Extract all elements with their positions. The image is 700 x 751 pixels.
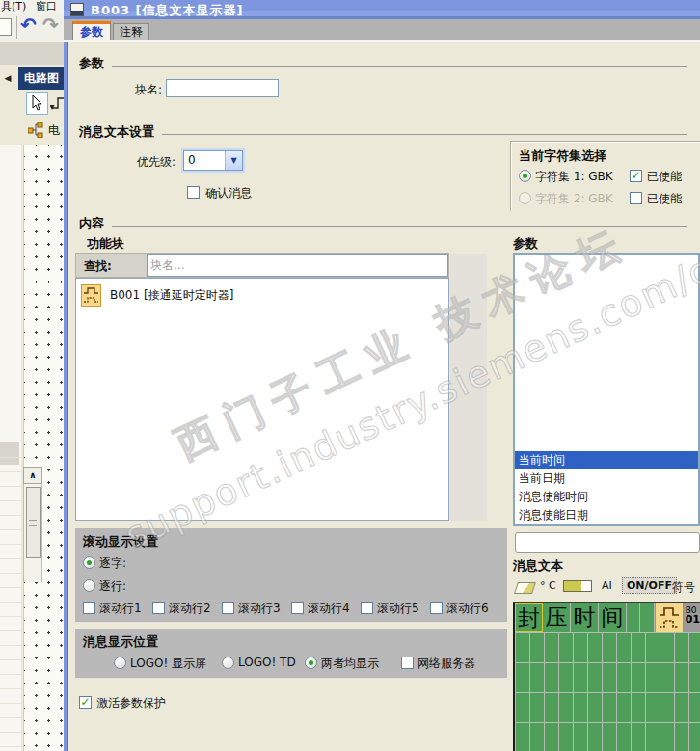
- list-item[interactable]: 当前时间: [515, 451, 698, 469]
- logo-display-radio[interactable]: [114, 657, 126, 669]
- section-content-title: 内容: [79, 215, 104, 232]
- charset1-enabled-checkbox[interactable]: [630, 170, 642, 182]
- symbol-label[interactable]: 符号: [672, 579, 695, 596]
- list-scroll-gutter: [450, 254, 487, 521]
- scroll-line5-label: 滚动行5: [377, 601, 419, 617]
- list-item[interactable]: 消息使能日期: [515, 506, 698, 524]
- circuit-canvas[interactable]: [23, 145, 65, 751]
- priority-value: 0: [184, 151, 225, 170]
- charset1-radio[interactable]: [519, 170, 531, 182]
- scrollbar-thumb[interactable]: [26, 487, 41, 558]
- ai-button[interactable]: AI: [602, 579, 612, 592]
- scroll-line4-checkbox[interactable]: [291, 602, 304, 614]
- by-char-label: 逐字:: [99, 555, 126, 572]
- onoff-button[interactable]: ON/OFF: [622, 577, 677, 594]
- grid-cell[interactable]: [627, 603, 640, 632]
- scrollbar-grip: [29, 520, 37, 521]
- cursor-arrow-icon: [31, 94, 44, 111]
- scroll-line5-checkbox[interactable]: [361, 602, 373, 614]
- priority-combobox[interactable]: 0 ▼: [183, 150, 243, 171]
- grid-block-ref: B0 01: [684, 603, 700, 632]
- combobox-dropdown-arrow-icon[interactable]: ▼: [225, 151, 242, 170]
- tab-parameters[interactable]: 参数: [72, 21, 111, 40]
- charset2-enabled-checkbox[interactable]: [630, 192, 642, 204]
- circuit-tree-label[interactable]: 电: [48, 122, 60, 139]
- logo-block-icon: [70, 3, 84, 16]
- scroll-up-button[interactable]: ∧: [23, 467, 42, 484]
- by-line-label: 逐行:: [99, 578, 126, 595]
- param-protection-checkbox[interactable]: [79, 696, 92, 709]
- ack-message-checkbox[interactable]: [187, 186, 200, 199]
- function-blocks-title: 功能块: [87, 235, 124, 253]
- message-text-grid[interactable]: 封 压 时 间 B0 01: [513, 602, 700, 751]
- scroll-settings-title: 滚动显示设置: [83, 533, 158, 550]
- charset2-label: 字符集 2: GBK: [535, 191, 613, 207]
- by-char-radio[interactable]: [83, 556, 95, 569]
- param-format-input[interactable]: [515, 532, 700, 553]
- eraser-icon[interactable]: [514, 582, 536, 594]
- section-content: 内容: [79, 215, 687, 232]
- by-line-radio[interactable]: [83, 579, 95, 592]
- message-grid-empty-cells[interactable]: [515, 633, 700, 751]
- section-message-settings-title: 消息文本设置: [79, 123, 154, 141]
- paste-icon[interactable]: [0, 18, 12, 36]
- timer-block-icon: [658, 605, 683, 632]
- scroll-settings-panel: 滚动显示设置 逐字: 逐行: 滚动行1 滚动行2 滚动行3 滚动行4 滚动行5 …: [75, 528, 508, 623]
- screen: 具(T) 窗口 ↶ ↷ ◀ 电路图 电 ∧: [0, 0, 700, 751]
- charset2-radio[interactable]: [519, 192, 531, 204]
- scroll-line1-checkbox[interactable]: [83, 602, 95, 614]
- undo-icon[interactable]: ↶: [20, 13, 37, 37]
- degree-c-button[interactable]: ° C: [540, 579, 556, 592]
- logo-td-radio[interactable]: [222, 657, 234, 669]
- scroll-line3-checkbox[interactable]: [222, 602, 234, 614]
- circuit-tree-icon[interactable]: [28, 122, 44, 138]
- logo-display-label: LOGO! 显示屏: [130, 656, 206, 672]
- find-label: 查找:: [84, 258, 112, 275]
- vertical-scrollbar[interactable]: [23, 484, 42, 582]
- section-parameters-title: 参数: [79, 55, 104, 72]
- list-item[interactable]: 当前日期: [515, 469, 698, 488]
- web-server-checkbox[interactable]: [401, 657, 414, 669]
- section-parameters: 参数: [79, 55, 687, 72]
- scroll-line6-checkbox[interactable]: [430, 602, 443, 614]
- function-block-list[interactable]: B001 [接通延时定时器]: [75, 278, 449, 521]
- dialog-title: B003 [信息文本显示器]: [91, 2, 243, 19]
- redo-icon[interactable]: ↷: [42, 13, 59, 37]
- block-name-input[interactable]: [166, 79, 279, 97]
- scroll-line6-label: 滚动行6: [446, 601, 489, 617]
- timer-block-icon: [81, 284, 101, 307]
- scroll-line4-label: 滚动行4: [308, 601, 350, 617]
- grid-block-cell[interactable]: [655, 603, 684, 632]
- find-input[interactable]: [147, 254, 448, 277]
- section-message-settings: 消息文本设置: [79, 123, 687, 141]
- bargraph-icon[interactable]: [563, 580, 592, 592]
- grid-cell-char[interactable]: 压: [543, 603, 571, 632]
- message-text-toolbar: ° C AI ON/OFF 符号: [513, 575, 700, 601]
- scroll-line2-checkbox[interactable]: [152, 602, 165, 614]
- grid-cell-char[interactable]: 封: [515, 603, 543, 632]
- scroll-line1-label: 滚动行1: [99, 601, 142, 617]
- display-position-title: 消息显示位置: [83, 633, 158, 651]
- tab-comments[interactable]: 注释: [113, 23, 149, 40]
- selection-tool-button[interactable]: [26, 92, 48, 115]
- background-toolbar: ↶ ↷: [0, 13, 64, 43]
- dialog-titlebar[interactable]: B003 [信息文本显示器]: [64, 0, 700, 19]
- logo-td-label: LOGO! TD: [238, 656, 296, 669]
- menu-item-window[interactable]: 窗口: [36, 0, 57, 13]
- ack-message-label: 确认消息: [205, 185, 252, 201]
- panel-collapse-button[interactable]: ◀: [1, 70, 14, 87]
- param-protection-label: 激活参数保护: [96, 695, 166, 711]
- grid-cell-char[interactable]: 间: [599, 603, 627, 632]
- priority-label: 优先级:: [123, 154, 175, 171]
- menu-item-tools[interactable]: 具(T): [1, 0, 26, 13]
- params-listbox[interactable]: 当前时间 当前日期 消息使能时间 消息使能日期: [513, 253, 700, 526]
- grid-cell[interactable]: [640, 603, 654, 632]
- grid-cell-char[interactable]: 时: [571, 603, 599, 632]
- scroll-line2-label: 滚动行2: [169, 601, 211, 617]
- tab-strip: 参数 注释: [64, 19, 700, 40]
- both-display-radio[interactable]: [305, 657, 317, 669]
- function-block-item[interactable]: B001 [接通延时定时器]: [76, 279, 448, 307]
- charset-title: 当前字符集选择: [519, 148, 606, 165]
- network-icon: [28, 122, 44, 138]
- list-item[interactable]: 消息使能时间: [515, 488, 698, 506]
